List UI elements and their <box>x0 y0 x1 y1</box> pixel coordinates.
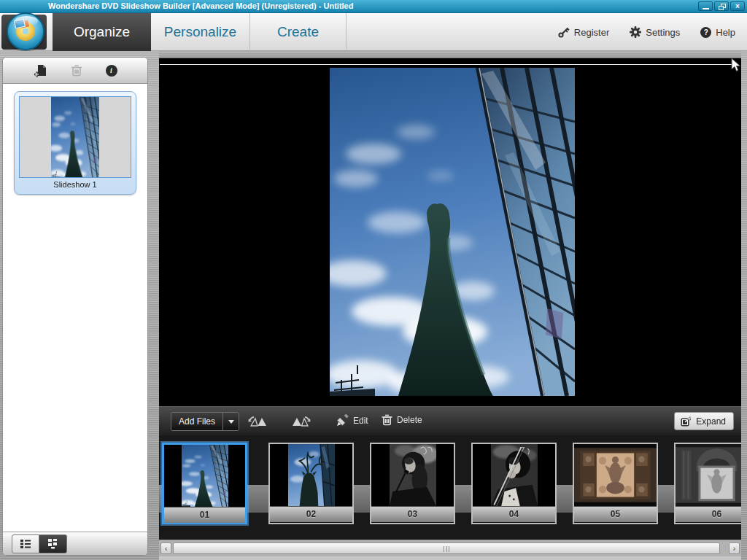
settings-button[interactable]: Settings <box>630 26 680 38</box>
scroll-right-button[interactable]: › <box>729 542 740 554</box>
help-icon: ? <box>700 27 711 38</box>
edit-button[interactable]: Edit <box>336 414 368 427</box>
minimize-button[interactable] <box>698 1 713 11</box>
window-title: Wondershare DVD Slideshow Builder [Advan… <box>48 0 353 12</box>
filmstrip-item-01[interactable]: 01 <box>162 443 247 524</box>
window-controls: × <box>698 1 745 11</box>
thumbnail-label: 05 <box>574 506 657 522</box>
rotate-right-icon <box>292 414 311 427</box>
slideshow-panel: i Slideshow 1 <box>2 57 148 556</box>
add-files-split-button: Add Files <box>171 412 239 431</box>
tab-personalize[interactable]: Personalize <box>151 13 250 51</box>
delete-button[interactable]: Delete <box>382 414 422 426</box>
thumbnail-photo <box>270 444 352 506</box>
clip-toolbar: Add Files <box>159 406 741 435</box>
expand-button[interactable]: Expand <box>674 412 734 430</box>
restore-button[interactable] <box>714 1 729 11</box>
filmstrip: 01 02 03 04 05 <box>159 435 741 540</box>
gear-icon <box>630 26 641 38</box>
slideshow-item-selected[interactable]: Slideshow 1 <box>14 91 136 195</box>
filmstrip-item-05[interactable]: 05 <box>573 443 658 524</box>
delete-slideshow-icon[interactable] <box>71 64 82 77</box>
filmstrip-item-03[interactable]: 03 <box>370 443 455 524</box>
expand-icon <box>680 416 692 427</box>
thumbnail-label: 06 <box>676 506 741 522</box>
grid-view-button[interactable] <box>39 534 67 553</box>
title-bar: Wondershare DVD Slideshow Builder [Advan… <box>0 0 747 13</box>
slideshow-list: Slideshow 1 <box>3 84 147 532</box>
filmstrip-item-04[interactable]: 04 <box>471 443 557 524</box>
add-files-dropdown[interactable] <box>222 413 239 430</box>
app-logo <box>1 15 47 50</box>
thumbnail-photo <box>371 444 454 506</box>
thumbnail-photo <box>473 444 555 506</box>
window-right-edge <box>741 51 747 560</box>
list-view-button[interactable] <box>12 534 39 553</box>
thumbnail-label: 03 <box>371 506 454 522</box>
slideshow-thumbnail <box>19 96 131 178</box>
help-button[interactable]: ? Help <box>700 27 735 38</box>
chevron-down-icon <box>228 420 234 424</box>
mouse-cursor <box>731 58 741 72</box>
tab-create[interactable]: Create <box>250 13 347 51</box>
add-slideshow-icon[interactable] <box>34 64 47 77</box>
scroll-left-button[interactable]: ‹ <box>160 542 171 554</box>
preview-top-strip <box>159 51 741 58</box>
rotate-left-button[interactable] <box>248 414 267 427</box>
pencil-icon <box>336 414 349 427</box>
preview-divider-line <box>160 64 736 65</box>
close-button[interactable]: × <box>730 1 745 11</box>
thumbnail-label: 04 <box>473 506 555 522</box>
tab-organize[interactable]: Organize <box>53 13 151 51</box>
key-icon <box>558 26 570 38</box>
thumbnail-photo <box>676 444 741 506</box>
main-area: Add Files <box>159 51 741 560</box>
header: Organize Personalize Create Register <box>0 13 747 51</box>
thumbnail-photo <box>574 444 657 506</box>
filmstrip-scrollbar: ‹ › <box>159 540 741 556</box>
app-logo-icon <box>7 12 44 50</box>
rotate-left-icon <box>248 414 267 427</box>
filmstrip-item-02[interactable]: 02 <box>268 443 354 524</box>
scrollbar-thumb[interactable] <box>173 542 720 554</box>
minimize-icon <box>703 8 709 9</box>
header-actions: Register Settings ? Help <box>558 13 735 51</box>
rotate-right-button[interactable] <box>292 414 311 427</box>
app-window: { "window": { "title": "Wondershare DVD … <box>0 0 747 560</box>
thumbnail-label: 01 <box>164 507 245 523</box>
add-files-button[interactable]: Add Files <box>171 413 222 430</box>
thumbnail-label: 02 <box>270 506 352 522</box>
info-icon[interactable]: i <box>106 65 117 77</box>
slideshow-item-label: Slideshow 1 <box>15 180 136 189</box>
window-bottom-strip <box>159 556 741 560</box>
preview-photo <box>330 68 575 396</box>
slideshow-toolbar: i <box>3 58 147 84</box>
thumbnail-photo <box>164 445 245 507</box>
trash-icon <box>382 414 392 426</box>
scrollbar-grip-icon <box>444 546 449 552</box>
slideshow-sidebar: i Slideshow 1 <box>0 51 151 560</box>
panel-divider <box>151 51 159 560</box>
filmstrip-item-06[interactable]: 06 <box>674 443 741 524</box>
sidebar-footer <box>3 532 147 555</box>
register-button[interactable]: Register <box>558 26 609 38</box>
